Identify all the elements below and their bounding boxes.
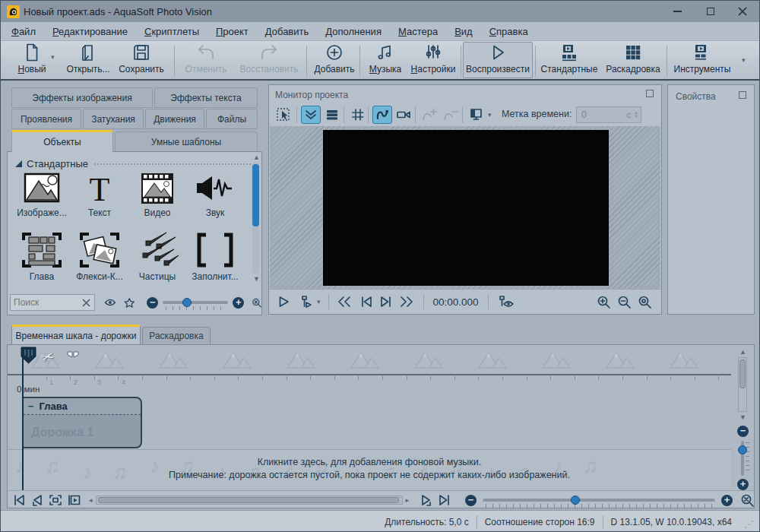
track-height-minus-icon[interactable]: − (737, 426, 749, 437)
track-height-slider[interactable] (741, 441, 744, 476)
preview-canvas[interactable] (323, 130, 609, 286)
menu-project[interactable]: Проект (216, 26, 249, 37)
play-options-dropdown-icon[interactable]: ▾ (317, 298, 321, 306)
zoom-minus-icon[interactable]: − (147, 297, 158, 309)
thumbnail-zoom-slider[interactable]: − + (147, 297, 244, 309)
vscroll-down-icon[interactable]: ▼ (739, 413, 746, 421)
timeline-zoom-reset-icon[interactable] (740, 493, 755, 508)
time-mark-input[interactable]: 0 с ▲▼ (576, 106, 641, 123)
maximize-button[interactable] (695, 1, 726, 22)
tab-motions[interactable]: Движения (145, 109, 204, 129)
play-button[interactable]: Воспроизвести (464, 43, 531, 78)
menu-add[interactable]: Добавить (265, 26, 309, 37)
tab-storyboard[interactable]: Раскадровка (142, 327, 211, 344)
marker-visibility-icon[interactable] (498, 295, 515, 309)
zoom-plus-icon[interactable]: + (233, 297, 244, 309)
tab-image-effects[interactable]: Эффекты изображения (11, 87, 153, 108)
scrollbar-thumb[interactable] (252, 164, 259, 226)
monitor-zoom-fit-icon[interactable] (638, 295, 652, 309)
go-to-start-icon[interactable] (12, 494, 26, 506)
properties-popout-icon[interactable] (739, 91, 746, 99)
scroll-down-icon[interactable]: ▼ (253, 275, 260, 283)
vscroll-up-icon[interactable]: ▲ (739, 348, 746, 356)
tab-objects[interactable]: Объекты (11, 130, 113, 152)
object-tile-text[interactable]: T Текст (71, 172, 128, 218)
grid-button[interactable] (348, 106, 368, 124)
smart-position-button[interactable] (301, 106, 321, 124)
track-height-thumb[interactable] (738, 445, 747, 454)
remove-keyframe-button[interactable] (441, 106, 461, 124)
split-marker-icon[interactable] (67, 351, 79, 363)
chapter-block[interactable]: − Глава Дорожка 1 (22, 397, 142, 448)
menu-scriptlets[interactable]: Скриптлеты (144, 26, 199, 37)
vscroll-thumb[interactable] (739, 359, 746, 388)
add-keyframe-button[interactable] (420, 106, 439, 124)
monitor-zoom-in-icon[interactable] (597, 295, 611, 309)
search-input[interactable] (14, 296, 111, 309)
music-button[interactable]: Музыка (364, 43, 407, 78)
display-options-button[interactable] (467, 106, 486, 124)
tab-smart-templates[interactable]: Умные шаблоны (115, 131, 258, 152)
zoom-reset-icon[interactable] (252, 296, 262, 310)
chapter-collapse-icon[interactable]: − (28, 401, 34, 412)
new-button[interactable]: Новый (10, 43, 54, 78)
object-tile-image[interactable]: Изображе... (14, 172, 70, 218)
track-height-plus-icon[interactable]: + (737, 479, 749, 490)
previous-object-icon[interactable] (30, 494, 44, 506)
time-spinner[interactable]: ▲▼ (634, 111, 638, 119)
monitor-popout-icon[interactable] (646, 90, 654, 97)
tools-button[interactable]: Инструменты (671, 43, 733, 78)
clear-search-icon[interactable] (81, 298, 91, 308)
close-button[interactable] (726, 1, 759, 22)
resize-grip[interactable]: ⋰ (744, 518, 755, 530)
timeline-zoom-minus-icon[interactable]: − (465, 495, 477, 506)
next-object-icon[interactable] (420, 494, 433, 506)
timeline-zoom-slider[interactable] (483, 499, 715, 502)
transport-play-icon[interactable] (277, 295, 290, 309)
scroll-up-icon[interactable]: ▲ (253, 154, 260, 161)
select-tool-button[interactable] (274, 106, 293, 124)
object-tile-particles[interactable]: Частицы (129, 231, 185, 282)
object-tile-placeholder[interactable]: Заполнит... (187, 231, 243, 282)
tab-fade-in[interactable]: Проявления (11, 109, 81, 129)
open-button[interactable]: Открыть... (62, 43, 115, 78)
settings-button[interactable]: Настройки (408, 43, 458, 78)
rewind-icon[interactable] (337, 296, 352, 308)
add-button[interactable]: Добавить (311, 43, 358, 78)
play-from-marker-icon[interactable] (299, 295, 313, 309)
undo-button[interactable]: Отменить (180, 43, 232, 78)
menu-wizards[interactable]: Мастера (398, 26, 438, 37)
tab-text-effects[interactable]: Эффекты текста (154, 87, 258, 108)
timeline-zoom-plus-icon[interactable]: + (721, 495, 733, 506)
horizontal-scrollbar[interactable] (96, 496, 403, 505)
chapter-header[interactable]: − Глава (24, 398, 141, 415)
camera-pan-button[interactable] (394, 106, 413, 124)
objects-scrollbar[interactable]: ▲ ▼ (252, 155, 260, 292)
layers-button[interactable] (322, 106, 342, 124)
title-bar[interactable]: Новый проект.ads - AquaSoft Photo Vision (1, 1, 759, 22)
redo-button[interactable]: Восстановить (235, 43, 303, 78)
minimize-button[interactable] (662, 1, 692, 22)
object-tile-chapter[interactable]: Глава (14, 231, 70, 282)
object-tile-sound[interactable]: Звук (187, 172, 243, 218)
vertical-scrollbar[interactable] (738, 357, 747, 412)
menu-file[interactable]: Файл (11, 26, 36, 37)
section-header-standard[interactable]: Стандартные (15, 158, 251, 169)
storyboard-button[interactable]: Раскадровка (603, 43, 663, 78)
fit-view-icon[interactable] (49, 494, 62, 506)
go-to-end-icon[interactable] (438, 494, 451, 506)
next-frame-icon[interactable] (379, 296, 393, 308)
playhead-line[interactable] (22, 348, 24, 491)
autoscroll-icon[interactable] (67, 494, 81, 506)
hscroll-right-icon[interactable]: ▸ (406, 496, 410, 504)
object-tile-video[interactable]: Видео (129, 172, 185, 218)
timeline-zoom-thumb[interactable] (571, 496, 580, 505)
previous-frame-icon[interactable] (359, 296, 373, 308)
hscroll-thumb[interactable] (98, 497, 399, 503)
display-options-dropdown-icon[interactable]: ▾ (488, 111, 492, 119)
menu-help[interactable]: Справка (489, 26, 528, 37)
toolbar-overflow-icon[interactable]: ▾ (742, 56, 746, 64)
music-track-row[interactable]: ♪♫ ♪♫♪♫♪♫♪♫♪♫♪♫♪♫♪♫ Кликните здесь, для … (8, 450, 731, 489)
menu-view[interactable]: Вид (454, 26, 473, 37)
fast-forward-icon[interactable] (399, 296, 414, 308)
